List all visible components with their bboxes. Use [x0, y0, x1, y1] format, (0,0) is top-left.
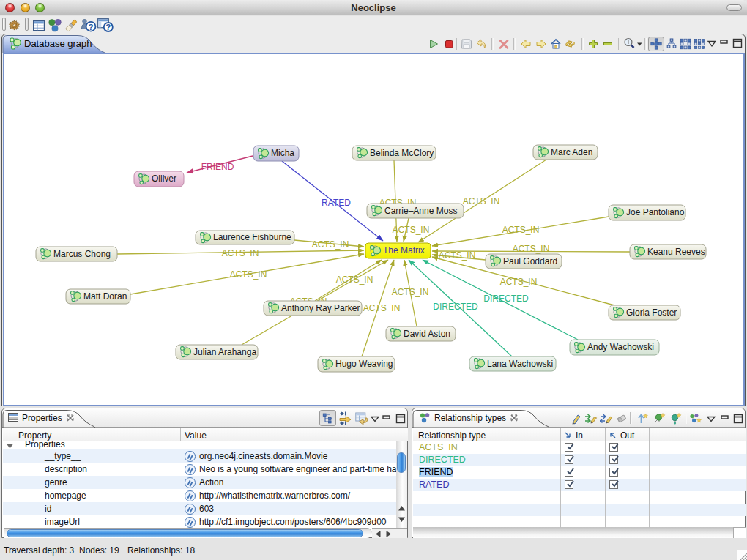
svg-text:ACTS_IN: ACTS_IN [463, 196, 500, 206]
svg-text:Micha: Micha [271, 148, 294, 158]
svg-text:ACTS_IN: ACTS_IN [336, 275, 374, 285]
svg-text:Belinda McClory: Belinda McClory [370, 148, 434, 158]
svg-text:ACTS_IN: ACTS_IN [392, 287, 429, 297]
svg-text:Database graph: Database graph [24, 38, 92, 49]
svg-text:ACTS_IN: ACTS_IN [363, 303, 401, 313]
svg-text:Lana Wachowski: Lana Wachowski [487, 359, 553, 369]
svg-text:FRIEND: FRIEND [201, 162, 234, 172]
svg-text:ACTS_IN: ACTS_IN [230, 269, 267, 280]
svg-text:Hugo Weaving: Hugo Weaving [335, 359, 393, 369]
svg-text:Laurence Fishburne: Laurence Fishburne [213, 232, 291, 242]
svg-text:ACTS_IN: ACTS_IN [312, 239, 349, 250]
svg-text:Julian Arahanga: Julian Arahanga [193, 347, 256, 357]
svg-text:RATED: RATED [322, 198, 351, 208]
svg-text:Gloria Foster: Gloria Foster [626, 307, 677, 318]
svg-text:ACTS_IN: ACTS_IN [502, 225, 540, 235]
svg-text:Olliver: Olliver [152, 173, 176, 184]
svg-text:Joe Pantoliano: Joe Pantoliano [626, 207, 685, 217]
svg-text:Paul Goddard: Paul Goddard [503, 256, 557, 266]
svg-text:DIRECTED: DIRECTED [433, 302, 478, 312]
svg-text:ACTS_IN: ACTS_IN [222, 248, 259, 258]
svg-text:ACTS_IN: ACTS_IN [439, 250, 476, 261]
svg-text:ACTS_IN: ACTS_IN [500, 277, 538, 287]
svg-text:David Aston: David Aston [404, 329, 450, 339]
svg-text:Andy Wachowski: Andy Wachowski [587, 342, 654, 352]
svg-text:The Matrix: The Matrix [383, 245, 425, 255]
svg-text:Carrie–Anne Moss: Carrie–Anne Moss [384, 206, 457, 216]
svg-text:Matt Doran: Matt Doran [83, 291, 127, 302]
svg-text:Keanu Reeves: Keanu Reeves [647, 247, 705, 257]
svg-text:ACTS_IN: ACTS_IN [513, 244, 550, 254]
svg-text:Anthony Ray Parker: Anthony Ray Parker [281, 303, 360, 313]
svg-text:Marc Aden: Marc Aden [551, 147, 592, 157]
svg-text:?: ? [105, 23, 111, 31]
svg-text:DIRECTED: DIRECTED [483, 294, 529, 304]
svg-text:ACTS_IN: ACTS_IN [393, 225, 430, 235]
svg-text:Marcus Chong: Marcus Chong [53, 249, 111, 259]
svg-text:?: ? [88, 23, 93, 31]
